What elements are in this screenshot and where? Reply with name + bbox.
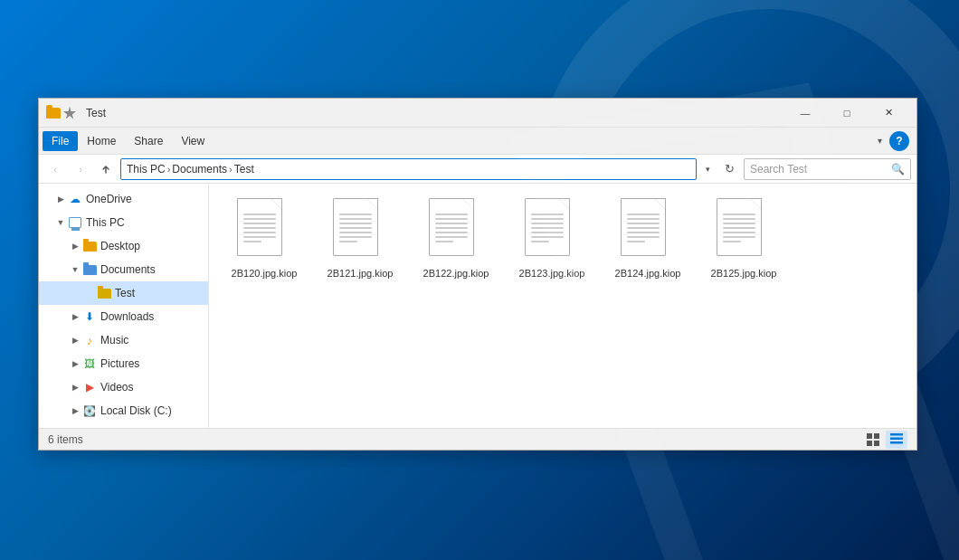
sidebar-item-music[interactable]: ▶ ♪ Music (39, 328, 208, 352)
address-dropdown-icon[interactable]: ▾ (700, 158, 715, 180)
file-item-1[interactable]: 2B121.jpg.kiop (319, 193, 401, 285)
sidebar-item-videos[interactable]: ▶ ▶ Videos (39, 375, 208, 399)
test-folder-icon (97, 286, 111, 300)
address-bar: ‹ › This PC › Documents › Test ▾ ↻ Searc… (39, 155, 916, 184)
expand-arrow-downloads: ▶ (68, 305, 82, 328)
file-icon-4 (621, 198, 675, 263)
sidebar-label-downloads: Downloads (100, 310, 154, 323)
file-icon-2 (429, 198, 483, 263)
sidebar-item-pictures[interactable]: ▶ 🖼 Pictures (39, 352, 208, 375)
menu-item-view[interactable]: View (172, 131, 214, 151)
expand-arrow-documents: ▼ (68, 258, 82, 281)
sidebar-label-test: Test (115, 287, 135, 299)
videos-icon: ▶ (82, 380, 97, 394)
pictures-icon: 🖼 (82, 356, 97, 371)
view-buttons (862, 431, 907, 449)
address-input[interactable]: This PC › Documents › Test (120, 158, 697, 180)
breadcrumb-documents: Documents (172, 163, 227, 176)
search-box[interactable]: Search Test 🔍 (744, 158, 911, 180)
expand-arrow-localdisk: ▶ (68, 399, 82, 422)
sidebar-label-documents: Documents (100, 263, 156, 276)
svg-rect-3 (874, 441, 879, 446)
onedrive-icon: ☁ (68, 192, 82, 206)
expand-arrow-onedrive: ▶ (53, 187, 68, 211)
music-icon: ♪ (82, 333, 97, 347)
back-button[interactable]: ‹ (44, 158, 66, 180)
sidebar-label-onedrive: OneDrive (86, 193, 132, 205)
sidebar-item-onedrive[interactable]: ▶ ☁ OneDrive (39, 187, 208, 211)
sidebar-label-videos: Videos (100, 381, 133, 394)
maximize-button[interactable]: □ (826, 99, 868, 128)
file-item-2[interactable]: 2B122.jpg.kiop (415, 193, 497, 285)
expand-arrow-pictures: ▶ (68, 352, 82, 375)
breadcrumb-test: Test (234, 163, 254, 176)
help-button[interactable]: ? (889, 131, 909, 151)
sidebar-label-desktop: Desktop (100, 240, 140, 252)
file-icon-5 (717, 198, 771, 263)
svg-rect-5 (890, 437, 903, 440)
file-item-3[interactable]: 2B123.jpg.kiop (511, 193, 593, 285)
search-icon[interactable]: 🔍 (891, 163, 905, 176)
sidebar-item-downloads[interactable]: ▶ ⬇ Downloads (39, 305, 208, 328)
menu-item-home[interactable]: Home (78, 131, 125, 151)
file-icon-0 (237, 198, 291, 263)
expand-arrow-music: ▶ (68, 328, 82, 352)
svg-rect-0 (867, 433, 872, 439)
file-name-2: 2B122.jpg.kiop (423, 267, 489, 280)
sidebar-label-localdisk: Local Disk (C:) (100, 404, 172, 417)
search-placeholder: Search Test (750, 163, 891, 176)
main-file-area: 2B120.jpg.kiop 2B121.jpg.kiop (209, 184, 916, 428)
close-button[interactable]: ✕ (868, 99, 909, 128)
sidebar-item-localdisk[interactable]: ▶ 💽 Local Disk (C:) (39, 399, 208, 422)
expand-arrow-desktop: ▶ (68, 234, 82, 258)
file-icon-1 (333, 198, 387, 263)
sidebar: ▶ ☁ OneDrive ▼ This PC ▶ Desktop (39, 184, 209, 428)
downloads-icon: ⬇ (82, 309, 97, 324)
svg-rect-6 (890, 441, 903, 444)
desktop-icon (82, 239, 97, 253)
file-explorer-window: Test — □ ✕ File Home Share View ▾ ? ‹ › … (38, 98, 917, 451)
file-item-4[interactable]: 2B124.jpg.kiop (607, 193, 688, 285)
sidebar-item-documents[interactable]: ▼ Documents (39, 258, 208, 281)
sidebar-item-desktop[interactable]: ▶ Desktop (39, 234, 208, 258)
documents-icon (82, 262, 97, 277)
file-item-5[interactable]: 2B125.jpg.kiop (703, 193, 784, 285)
content-area: ▶ ☁ OneDrive ▼ This PC ▶ Desktop (39, 184, 916, 428)
file-icon-3 (525, 198, 579, 263)
file-name-1: 2B121.jpg.kiop (328, 267, 394, 280)
sidebar-label-pictures: Pictures (100, 357, 139, 370)
expand-arrow-videos: ▶ (68, 375, 82, 399)
svg-rect-1 (874, 433, 879, 439)
title-bar: Test — □ ✕ (39, 99, 916, 128)
thispc-icon (68, 215, 82, 230)
sidebar-label-music: Music (100, 334, 128, 346)
expand-arrow-thispc: ▼ (53, 211, 68, 234)
file-item-0[interactable]: 2B120.jpg.kiop (223, 193, 305, 285)
hdd-icon: 💽 (82, 403, 97, 418)
file-name-4: 2B124.jpg.kiop (615, 267, 681, 280)
breadcrumb-this-pc: This PC (127, 163, 166, 176)
svg-rect-4 (890, 433, 903, 436)
menu-item-file[interactable]: File (43, 131, 78, 151)
status-bar: 6 items (39, 428, 916, 450)
file-name-0: 2B120.jpg.kiop (232, 267, 298, 280)
sidebar-label-thispc: This PC (86, 216, 125, 229)
menu-bar: File Home Share View ▾ ? (39, 128, 916, 155)
menu-expand-icon[interactable]: ▾ (869, 131, 889, 151)
minimize-button[interactable]: — (784, 99, 826, 128)
sidebar-item-test[interactable]: ▶ Test (39, 281, 208, 305)
sidebar-item-thispc[interactable]: ▼ This PC (39, 211, 208, 234)
title-folder-icon (46, 106, 61, 120)
refresh-button[interactable]: ↻ (718, 158, 740, 180)
window-title: Test (86, 107, 784, 119)
title-pin-icon (62, 106, 77, 120)
view-grid-button[interactable] (862, 431, 884, 449)
item-count: 6 items (48, 433, 83, 446)
menu-item-share[interactable]: Share (125, 131, 172, 151)
forward-button[interactable]: › (70, 158, 91, 180)
svg-rect-2 (867, 441, 872, 446)
title-bar-icons (46, 106, 77, 120)
up-button[interactable] (95, 158, 117, 180)
view-list-button[interactable] (886, 431, 907, 449)
file-name-3: 2B123.jpg.kiop (519, 267, 585, 280)
